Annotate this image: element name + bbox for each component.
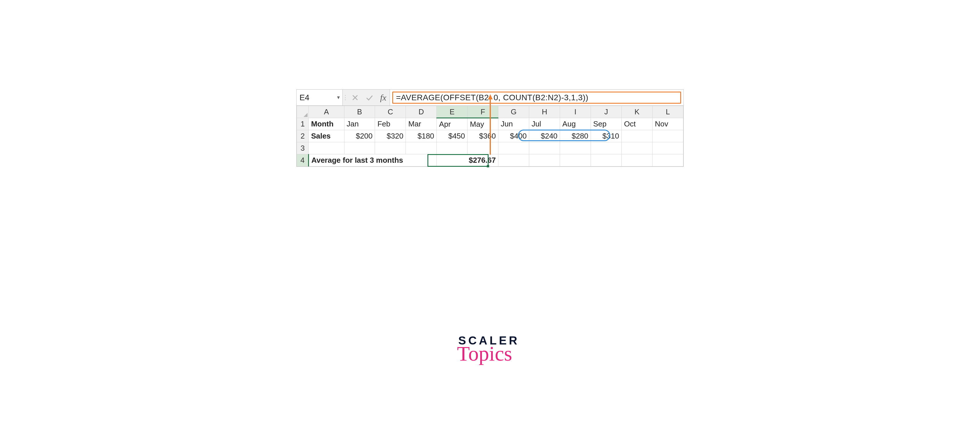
row-4: 4 Average for last 3 months $276.67 (297, 154, 683, 166)
cell-E1[interactable]: Apr (437, 118, 468, 130)
cell-G1[interactable]: Jun (498, 118, 529, 130)
cell-H3[interactable] (529, 142, 560, 154)
cell-E3[interactable] (437, 142, 468, 154)
col-header-H[interactable]: H (529, 106, 560, 118)
col-header-B[interactable]: B (344, 106, 375, 118)
cell-F3[interactable] (468, 142, 498, 154)
cell-F2[interactable]: $360 (468, 130, 498, 142)
cell-E2[interactable]: $450 (437, 130, 468, 142)
col-header-C[interactable]: C (375, 106, 406, 118)
cell-I3[interactable] (560, 142, 591, 154)
cell-K3[interactable] (621, 142, 652, 154)
row-header-3[interactable]: 3 (297, 142, 309, 154)
cell-L2[interactable] (652, 130, 683, 142)
row-header-2[interactable]: 2 (297, 130, 309, 142)
col-header-F[interactable]: F (468, 106, 498, 118)
select-all-corner[interactable] (297, 106, 309, 118)
row-2: 2 Sales $200 $320 $180 $450 $360 $400 $2… (297, 130, 683, 142)
col-header-I[interactable]: I (560, 106, 591, 118)
cell-J2[interactable]: $310 (591, 130, 622, 142)
cell-H1[interactable]: Jul (529, 118, 560, 130)
enter-icon[interactable] (362, 90, 377, 105)
cell-C1[interactable]: Feb (375, 118, 406, 130)
cell-E4[interactable]: $276.67 (437, 154, 498, 166)
col-header-L[interactable]: L (652, 106, 683, 118)
cell-H4[interactable] (529, 154, 560, 166)
formula-bar: E4 ▼ ⋮ fx =AVERAGE(OFFSET(B2, 0, COUNT(B… (297, 90, 683, 106)
col-header-D[interactable]: D (406, 106, 437, 118)
cell-I4[interactable] (560, 154, 591, 166)
cell-K4[interactable] (621, 154, 652, 166)
name-box[interactable]: E4 ▼ (297, 90, 343, 105)
cell-L4[interactable] (652, 154, 683, 166)
cell-B3[interactable] (344, 142, 375, 154)
col-header-E[interactable]: E (437, 106, 468, 118)
cell-G3[interactable] (498, 142, 529, 154)
col-header-K[interactable]: K (621, 106, 652, 118)
cell-I1[interactable]: Aug (560, 118, 591, 130)
excel-window: E4 ▼ ⋮ fx =AVERAGE(OFFSET(B2, 0, COUNT(B… (296, 89, 684, 167)
cell-B2[interactable]: $200 (344, 130, 375, 142)
col-header-G[interactable]: G (498, 106, 529, 118)
fx-icon[interactable]: fx (377, 90, 390, 105)
column-header-row: A B C D E F G H I J K L (297, 106, 683, 118)
cell-A3[interactable] (309, 142, 344, 154)
cell-K2[interactable] (621, 130, 652, 142)
cell-I2[interactable]: $280 (560, 130, 591, 142)
row-3: 3 (297, 142, 683, 154)
col-header-J[interactable]: J (591, 106, 622, 118)
cell-J4[interactable] (591, 154, 622, 166)
brand-line2: Topics (450, 342, 519, 366)
cell-A1[interactable]: Month (309, 118, 344, 130)
cancel-icon[interactable] (348, 90, 362, 105)
cell-D1[interactable]: Mar (406, 118, 437, 130)
cell-J1[interactable]: Sep (591, 118, 622, 130)
cell-H2[interactable]: $240 (529, 130, 560, 142)
cell-C3[interactable] (375, 142, 406, 154)
cell-L1[interactable]: Nov (652, 118, 683, 130)
cell-D2[interactable]: $180 (406, 130, 437, 142)
formula-input[interactable]: =AVERAGE(OFFSET(B2, 0, COUNT(B2:N2)-3,1,… (392, 92, 681, 104)
chevron-down-icon[interactable]: ▼ (336, 95, 341, 100)
cell-A4[interactable]: Average for last 3 months (309, 154, 437, 166)
cell-A2[interactable]: Sales (309, 130, 344, 142)
cell-L3[interactable] (652, 142, 683, 154)
cell-J3[interactable] (591, 142, 622, 154)
cell-G2[interactable]: $400 (498, 130, 529, 142)
cell-C2[interactable]: $320 (375, 130, 406, 142)
spreadsheet-grid[interactable]: A B C D E F G H I J K L 1 Month Jan (297, 106, 683, 166)
row-header-1[interactable]: 1 (297, 118, 309, 130)
row-1: 1 Month Jan Feb Mar Apr May Jun Jul Aug … (297, 118, 683, 130)
cell-B1[interactable]: Jan (344, 118, 375, 130)
divider: ⋮ (343, 90, 348, 105)
cell-K1[interactable]: Oct (621, 118, 652, 130)
cell-G4[interactable] (498, 154, 529, 166)
name-box-value: E4 (299, 93, 336, 102)
col-header-A[interactable]: A (309, 106, 344, 118)
cell-F1[interactable]: May (468, 118, 498, 130)
brand-logo: SCALER Topics (458, 334, 519, 366)
row-header-4[interactable]: 4 (297, 154, 309, 166)
cell-D3[interactable] (406, 142, 437, 154)
